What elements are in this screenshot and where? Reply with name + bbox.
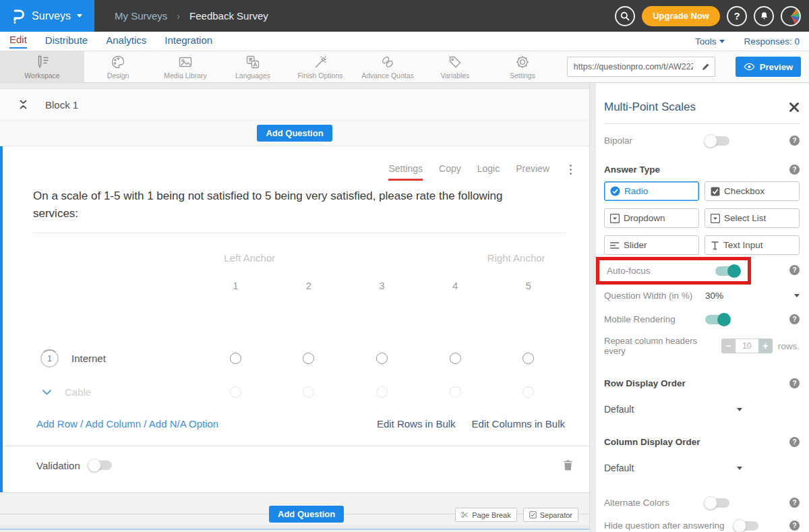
answer-type-text-input[interactable]: Text Input [705,235,800,255]
scale-point[interactable]: 2 [306,280,311,291]
scale-point[interactable]: 3 [379,280,384,291]
answer-type-radio[interactable]: Radio [604,181,699,201]
tab-distribute[interactable]: Distribute [45,34,88,48]
scale-point[interactable]: 4 [452,280,458,291]
tag-icon [447,54,463,70]
radio-button[interactable] [376,353,388,364]
right-anchor-label[interactable]: Right Anchor [487,252,545,264]
alternate-colors-toggle[interactable] [705,498,729,508]
help-icon[interactable]: ? [789,378,800,388]
toolbar-item-workspace[interactable]: Workspace [0,51,84,82]
separator-button[interactable]: Separator [523,508,578,522]
radio-button[interactable] [376,386,388,398]
radio-button[interactable] [303,386,314,398]
edit-url-pencil-icon[interactable] [697,62,715,71]
scale-point[interactable]: 5 [526,280,531,291]
question-text[interactable]: On a scale of 1-5 with 1 being not satis… [33,187,549,222]
toolbar-item-settings[interactable]: Settings [489,51,556,82]
upgrade-now-button[interactable]: Upgrade Now [642,6,720,26]
tab-analytics[interactable]: Analytics [106,34,146,48]
page-break-button[interactable]: Page Break [455,508,516,522]
question-tab-logic[interactable]: Logic [477,163,500,174]
help-button[interactable]: ? [727,6,747,26]
preview-button[interactable]: Preview [736,57,801,77]
bipolar-toggle[interactable] [705,136,729,146]
radio-button[interactable] [230,386,241,398]
stepper-minus-button[interactable]: − [721,338,736,353]
mobile-rendering-toggle[interactable] [705,315,729,324]
validation-toggle[interactable] [89,461,112,470]
edit-rows-in-bulk-link[interactable]: Edit Rows in Bulk [377,418,456,430]
help-icon[interactable]: ? [789,437,800,447]
toolbar-item-media-library[interactable]: Media Library [152,51,219,82]
close-icon[interactable] [789,102,800,113]
question-tab-preview[interactable]: Preview [516,163,549,174]
validation-label: Validation [36,460,80,471]
toolbar-item-languages[interactable]: Languages [219,51,287,82]
radio-button[interactable] [450,386,461,398]
tools-menu[interactable]: Tools [695,36,725,47]
help-icon[interactable]: ? [789,136,800,146]
row-label[interactable]: Cable [65,386,91,398]
edit-columns-in-bulk-link[interactable]: Edit Columns in Bulk [472,418,565,430]
help-icon[interactable]: ? [789,521,800,531]
avatar[interactable] [781,6,801,26]
bell-icon [759,11,769,21]
question-mark-icon: ? [733,10,740,22]
tab-edit[interactable]: Edit [9,34,27,49]
collapse-block-icon[interactable] [19,99,28,110]
add-row-link[interactable]: Add Row [36,418,78,430]
survey-url-input[interactable] [568,57,697,76]
row-label[interactable]: Internet [71,353,106,364]
toolbar-item-variables[interactable]: Variables [421,51,489,82]
auto-focus-toggle[interactable] [715,266,740,276]
validation-row: Validation [3,446,589,484]
question-tab-copy[interactable]: Copy [439,163,461,174]
stepper-plus-button[interactable]: + [758,338,773,353]
add-question-button-bottom[interactable]: Add Question [269,506,344,523]
more-options-kebab-icon[interactable] [570,163,572,175]
help-icon[interactable]: ? [789,265,800,275]
check-circle-icon [610,186,620,196]
answer-type-slider[interactable]: Slider [604,235,699,255]
add-na-option-link[interactable]: Add N/A Option [149,418,218,430]
delete-question-trash-icon[interactable] [563,459,573,471]
questionpro-survey-editor: Surveys My Surveys › Feedback Survey Upg… [0,0,809,532]
chevron-down-icon[interactable] [794,294,800,297]
answer-type-checkbox[interactable]: Checkbox [705,181,800,201]
radio-button[interactable] [522,386,534,398]
hide-question-toggle[interactable] [734,521,758,531]
question-width-value[interactable]: 30% [705,291,723,301]
radio-button[interactable] [522,353,534,364]
search-button[interactable] [615,6,635,26]
breadcrumb-my-surveys[interactable]: My Surveys [115,10,167,22]
answer-type-select-list[interactable]: Select List [705,208,800,228]
row-display-order-dropdown[interactable]: Default [604,404,742,415]
toolbar-item-design[interactable]: Design [84,51,152,82]
toolbar-item-advance-quotas[interactable]: Advance Quotas [354,51,421,82]
notifications-button[interactable] [754,6,774,26]
column-display-order-dropdown[interactable]: Default [604,463,742,473]
chevron-down-icon [719,40,725,43]
tab-integration[interactable]: Integration [164,34,212,48]
answer-type-dropdown[interactable]: Dropdown [604,208,699,228]
block-title[interactable]: Block 1 [45,99,78,111]
add-column-link[interactable]: Add Column [86,418,142,430]
help-icon[interactable]: ? [789,165,800,175]
question-card: Settings Copy Logic Preview On a scale o… [0,146,589,492]
radio-button[interactable] [450,353,461,364]
radio-button[interactable] [230,353,241,364]
scale-points-row: 1 2 3 4 5 [33,280,565,291]
radio-button[interactable] [303,353,314,364]
toolbar-item-finish-options[interactable]: Finish Options [287,51,354,82]
help-icon[interactable]: ? [789,498,800,508]
add-question-button-top[interactable]: Add Question [257,125,332,142]
question-tab-settings[interactable]: Settings [388,163,423,181]
stepper-value[interactable]: 10 [736,338,758,353]
chevron-down-icon[interactable] [42,389,52,396]
left-anchor-label[interactable]: Left Anchor [224,252,275,264]
scale-point[interactable]: 1 [233,280,238,291]
help-icon[interactable]: ? [789,314,800,324]
product-switcher[interactable]: Surveys [0,0,94,32]
responses-count[interactable]: Responses: 0 [744,36,800,47]
